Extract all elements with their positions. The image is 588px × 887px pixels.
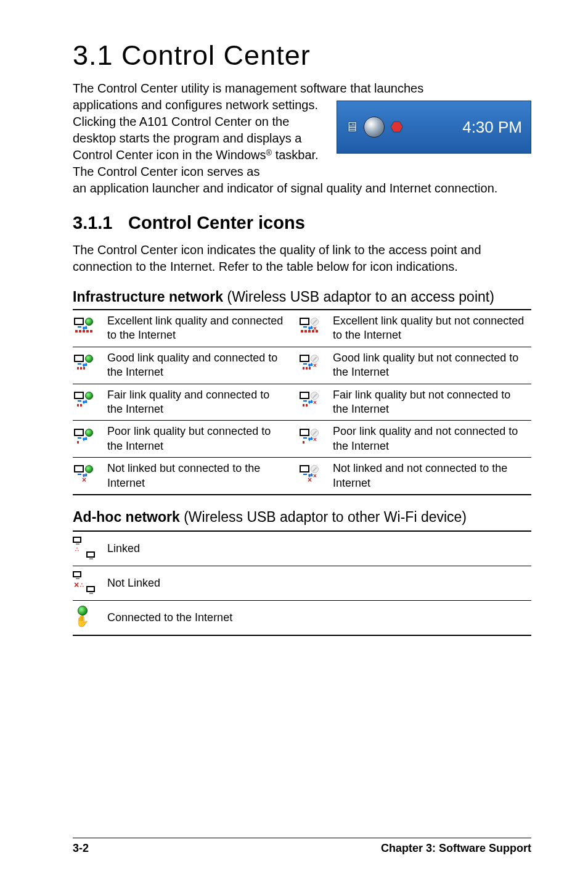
footer-page-number: 3-2 [73, 842, 89, 855]
cell-text: Linked [107, 531, 531, 566]
cell-text: Not linked and not connected to the Inte… [333, 458, 531, 495]
cell-text: Excellent link quality and connected to … [107, 310, 298, 347]
section-number: 3.1.1 [73, 213, 128, 233]
taskbar-time: 4:30 PM [462, 101, 522, 153]
link-none-connected-icon: ⇄ × [74, 465, 95, 482]
link-good-notconnected-icon: ⇄× [300, 355, 321, 372]
link-none-notconnected-icon: ⇄× × [300, 465, 321, 482]
infra-heading-bold: Infrastructure network [73, 289, 223, 305]
cell-text: Poor link quality but connected to the I… [107, 421, 298, 458]
infra-heading: Infrastructure network (Wireless USB ada… [73, 289, 531, 305]
link-excellent-connected-icon: ⇄ [74, 318, 95, 335]
table-row: ⇄ × Not linked but connected to the Inte… [73, 458, 531, 495]
table-row: ⇄ Excellent link quality and connected t… [73, 310, 531, 347]
adhoc-notlinked-icon: ×∴ [73, 571, 95, 592]
cell-text: Connected to the Internet [107, 600, 531, 635]
registered-mark: ® [266, 148, 272, 157]
page-footer: 3-2 Chapter 3: Software Support [73, 838, 531, 855]
link-good-connected-icon: ⇄ [74, 355, 95, 372]
section-body: The Control Center icon indicates the qu… [73, 242, 531, 275]
adhoc-heading-paren: (Wireless USB adaptor to other Wi-Fi dev… [180, 509, 467, 525]
link-excellent-notconnected-icon: ⇄× [300, 318, 321, 335]
link-poor-notconnected-icon: ⇄× [300, 429, 321, 446]
tray-globe-icon [364, 117, 385, 138]
intro-after: an application launcher and indicator of… [73, 180, 531, 197]
table-row: ∴ Linked [73, 531, 531, 566]
tray-shield-icon: ⬣ [386, 117, 406, 137]
link-fair-connected-icon: ⇄ [74, 392, 95, 409]
cell-text: Good link quality but not connected to t… [333, 347, 531, 384]
cell-text: Fair link quality but not connected to t… [333, 384, 531, 421]
table-row: ✋ Connected to the Internet [73, 600, 531, 635]
link-poor-connected-icon: ⇄ [74, 429, 95, 446]
infra-heading-paren: (Wireless USB adaptor to an access point… [223, 289, 494, 305]
table-row: ⇄ Good link quality and connected to the… [73, 347, 531, 384]
cell-text: Poor link quality and not connected to t… [333, 421, 531, 458]
cell-text: Good link quality and connected to the I… [107, 347, 298, 384]
section-title: Control Center icons [128, 213, 305, 233]
adhoc-heading-bold: Ad-hoc network [73, 509, 180, 525]
adhoc-table: ∴ Linked ×∴ Not Linked ✋ Connected to th… [73, 530, 531, 636]
tray-monitor-icon: 🖥 [342, 117, 362, 137]
adhoc-connected-internet-icon: ✋ [73, 606, 95, 627]
cell-text: Fair link quality and connected to the I… [107, 384, 298, 421]
footer-chapter: Chapter 3: Software Support [381, 842, 531, 855]
infrastructure-table: ⇄ Excellent link quality and connected t… [73, 309, 531, 495]
taskbar-screenshot: 🖥 ⬣ 4:30 PM [337, 101, 531, 154]
cell-text: Not Linked [107, 566, 531, 600]
intro-line-full: The Control Center utility is management… [73, 80, 531, 97]
cell-text: Excellent link quality but not connected… [333, 310, 531, 347]
table-row: ⇄ Poor link quality but connected to the… [73, 421, 531, 458]
table-row: ×∴ Not Linked [73, 566, 531, 600]
section-heading: 3.1.1Control Center icons [73, 213, 531, 233]
adhoc-heading: Ad-hoc network (Wireless USB adaptor to … [73, 509, 531, 526]
page-title: 3.1 Control Center [73, 39, 531, 72]
cell-text: Not linked but connected to the Internet [107, 458, 298, 495]
table-row: ⇄ Fair link quality and connected to the… [73, 384, 531, 421]
adhoc-linked-icon: ∴ [73, 537, 95, 558]
link-fair-notconnected-icon: ⇄× [300, 392, 321, 409]
